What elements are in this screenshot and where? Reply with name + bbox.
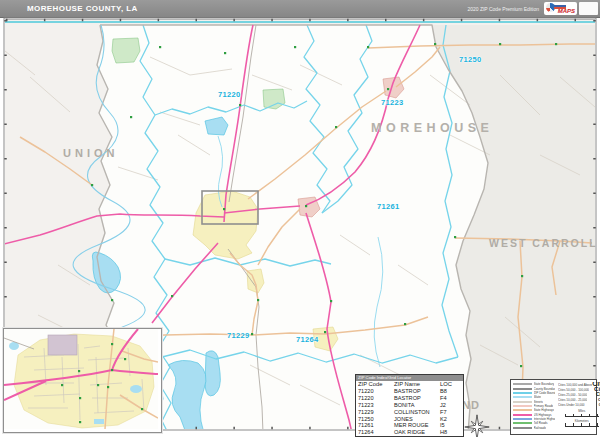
cell-loc: F4	[440, 395, 461, 402]
legend-city-column: Cities 100,000 and AboveCity Cities 50,0…	[558, 382, 600, 432]
cell-name: BONITA	[394, 402, 440, 409]
county-label-union: UNION	[63, 147, 118, 159]
bastrop-inset-map	[3, 328, 162, 433]
zip-label-71223: 71223	[381, 98, 403, 107]
cell-loc: F7	[440, 409, 461, 416]
zip-label-71250: 71250	[459, 55, 481, 64]
map-page: { "titlebar": { "title": "MOREHOUSE COUN…	[0, 0, 600, 437]
compass-rose-icon	[464, 414, 490, 437]
scale-bar	[565, 414, 599, 418]
legend-city-item: Cities 50,000 - 100,000City	[558, 387, 600, 392]
marketmaps-logo: MAPS	[544, 2, 577, 15]
county-label-morehouse: MOREHOUSE	[371, 121, 493, 135]
table-row: 71229 COLLINSTON F7	[356, 409, 463, 416]
cell-loc: K2	[440, 416, 461, 423]
legend-line-sample	[513, 414, 532, 416]
table-row: 71223 BONITA J2	[356, 402, 463, 409]
table-row: 71264 OAK RIDGE H8	[356, 429, 463, 436]
zip-index-table: ZIP Code Index/Grid Locator ZIP Code ZIP…	[355, 374, 464, 437]
cell-loc: I5	[440, 422, 461, 429]
legend-line-sample	[513, 427, 532, 429]
publisher-badge	[579, 2, 598, 15]
cell-name: OAK RIDGE	[394, 429, 440, 436]
map-legend: State Boundary County Boundary ZIP Code …	[510, 379, 597, 435]
legend-line-sample	[513, 405, 532, 407]
table-row: 71261 MER ROUGE I5	[356, 422, 463, 429]
table-row: 71220 BASTROP B8	[356, 388, 463, 395]
cell-zip: 71264	[358, 429, 394, 436]
legend-line-sample	[513, 383, 532, 385]
zip-label-71264: 71264	[296, 335, 318, 344]
cell-name: BASTROP	[394, 388, 440, 395]
cell-loc: J2	[440, 402, 461, 409]
legend-line-sample	[513, 396, 532, 398]
inset-airport-area	[48, 335, 77, 355]
city-sample: City	[594, 387, 600, 391]
zip-table-header: ZIP Code ZIP Name LOC	[356, 381, 463, 388]
county-label-richland-partial: ND	[462, 399, 480, 411]
legend-line-sample	[513, 422, 532, 424]
legend-line-sample	[513, 392, 532, 394]
cell-name: JONES	[394, 416, 440, 423]
city-sample: City	[592, 382, 600, 386]
city-sample: City	[596, 392, 600, 396]
cell-zip: 71220	[358, 388, 394, 395]
legend-city-item: Cities Under 10,000City	[558, 403, 600, 408]
logo-maps-text: MAPS	[558, 8, 575, 14]
cell-zip: 71261	[358, 422, 394, 429]
cell-name: COLLINSTON	[394, 409, 440, 416]
zip-label-71229: 71229	[227, 331, 249, 340]
scale-bar	[565, 423, 599, 427]
cell-zip: 71220	[358, 395, 394, 402]
legend-line-sample	[513, 418, 532, 420]
cell-loc: H8	[440, 429, 461, 436]
cell-loc: B8	[440, 388, 461, 395]
col-header-zip-name: ZIP Name	[394, 381, 440, 388]
table-row: 71250 JONES K2	[356, 416, 463, 423]
scale-bar-kilometers: Kilometers	[558, 420, 600, 427]
cell-name: MER ROUGE	[394, 422, 440, 429]
county-label-west-carroll: WEST CARROLL	[489, 237, 598, 249]
cell-zip: 71223	[358, 402, 394, 409]
legend-line-sample	[513, 409, 532, 411]
cell-zip: 71250	[358, 416, 394, 423]
legend-line-column: State Boundary County Boundary ZIP Code …	[513, 382, 555, 432]
scale-bar-miles: Miles	[558, 410, 600, 417]
cell-zip: 71229	[358, 409, 394, 416]
edition-label: 2020 ZIP Code Premium Edition	[467, 6, 539, 12]
inset-canvas	[4, 329, 158, 429]
legend-line-sample	[513, 388, 532, 390]
col-header-loc: LOC	[440, 381, 461, 388]
legend-item: Railroads	[513, 425, 555, 429]
zip-label-71261: 71261	[377, 202, 399, 211]
legend-line-sample	[513, 401, 532, 403]
title-bar: MOREHOUSE COUNTY, LA 2020 ZIP Code Premi…	[0, 0, 600, 18]
zip-label-71220: 71220	[218, 90, 240, 99]
col-header-zip-code: ZIP Code	[358, 381, 394, 388]
map-title: MOREHOUSE COUNTY, LA	[27, 4, 138, 13]
cell-name: BASTROP	[394, 395, 440, 402]
table-row: 71220 BASTROP F4	[356, 395, 463, 402]
